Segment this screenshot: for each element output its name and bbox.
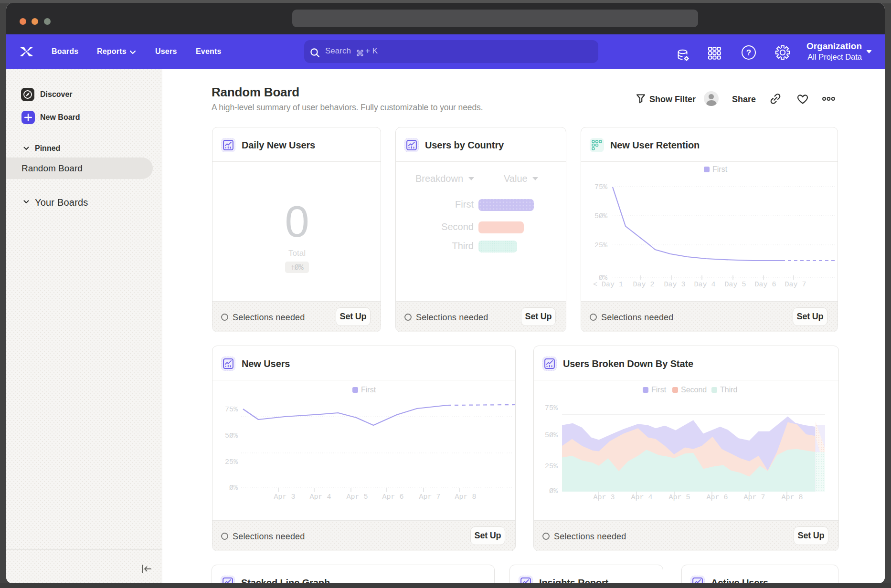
- svg-text:Apr 5: Apr 5: [346, 493, 368, 501]
- svg-text:Day 5: Day 5: [724, 281, 746, 289]
- svg-text:75%: 75%: [545, 404, 558, 412]
- svg-text:?: ?: [746, 48, 751, 57]
- svg-text:< Day 1: < Day 1: [593, 281, 623, 289]
- svg-text:5Ø%: 5Ø%: [545, 431, 558, 440]
- svg-text:Second: Second: [681, 386, 707, 394]
- svg-text:Apr 7: Apr 7: [743, 494, 765, 502]
- svg-text:Apr 7: Apr 7: [419, 493, 440, 501]
- svg-text:5Ø%: 5Ø%: [594, 212, 608, 220]
- svg-text:75%: 75%: [594, 183, 608, 191]
- svg-text:Apr 6: Apr 6: [706, 494, 728, 502]
- svg-text:25%: 25%: [545, 462, 558, 471]
- svg-text:Apr 4: Apr 4: [309, 493, 331, 501]
- svg-text:Ø%: Ø%: [229, 484, 238, 492]
- svg-text:Third: Third: [720, 386, 737, 394]
- svg-text:75%: 75%: [225, 406, 238, 414]
- svg-text:Day 2: Day 2: [633, 281, 654, 289]
- svg-text:Apr 6: Apr 6: [382, 493, 403, 501]
- svg-text:Ø%: Ø%: [549, 487, 558, 495]
- svg-text:First: First: [361, 386, 376, 394]
- svg-text:Apr 8: Apr 8: [781, 494, 803, 502]
- svg-text:5Ø%: 5Ø%: [225, 432, 238, 440]
- svg-text:Apr 8: Apr 8: [455, 493, 476, 501]
- svg-text:Apr 4: Apr 4: [631, 494, 652, 502]
- svg-text:First: First: [651, 386, 667, 394]
- svg-text:Day 7: Day 7: [785, 281, 806, 289]
- svg-text:First: First: [712, 165, 728, 173]
- svg-text:Day 3: Day 3: [664, 281, 685, 289]
- svg-text:Apr 3: Apr 3: [274, 493, 295, 501]
- svg-text:Apr 5: Apr 5: [668, 494, 690, 502]
- svg-text:25%: 25%: [225, 458, 238, 466]
- svg-text:Day 6: Day 6: [754, 281, 776, 289]
- svg-text:25%: 25%: [594, 242, 608, 250]
- svg-text:Apr 3: Apr 3: [593, 494, 615, 502]
- svg-text:Day 4: Day 4: [694, 281, 715, 289]
